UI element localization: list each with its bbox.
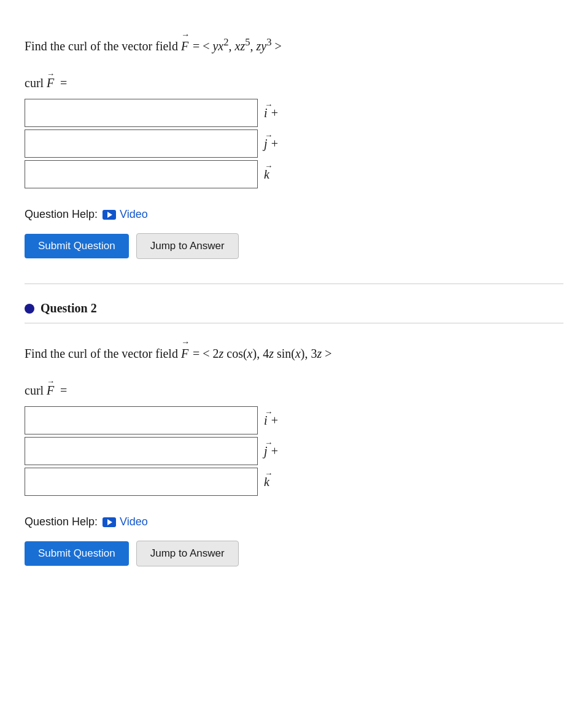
- question-2-row-i: → i +: [25, 406, 563, 434]
- question-2-help-row: Question Help: Video: [25, 515, 563, 528]
- question-2-button-row: Submit Question Jump to Answer: [25, 541, 563, 566]
- question-1-input-k[interactable]: [25, 160, 258, 188]
- question-1-row-k: → k: [25, 160, 563, 188]
- question-2-field-symbol: → F: [181, 347, 193, 360]
- question-1-input-i[interactable]: [25, 99, 258, 127]
- question-1-submit-button[interactable]: Submit Question: [25, 234, 129, 258]
- question-1-input-j[interactable]: [25, 129, 258, 158]
- question-2-problem: Find the curl of the vector field → F = …: [25, 338, 563, 363]
- question-2-submit-button[interactable]: Submit Question: [25, 541, 129, 566]
- question-2-input-i[interactable]: [25, 406, 258, 434]
- question-1-unit-i: → i +: [264, 106, 279, 120]
- question-2-video-link[interactable]: Video: [103, 515, 148, 528]
- question-2-jump-button[interactable]: Jump to Answer: [136, 541, 239, 566]
- question-1-video-icon: [103, 210, 116, 220]
- question-1-unit-k: → k: [264, 168, 269, 182]
- question-1-block: Find the curl of the vector field → F = …: [25, 18, 563, 277]
- question-1-help-row: Question Help: Video: [25, 208, 563, 221]
- question-2-row-j: → j +: [25, 437, 563, 465]
- question-2-help-label: Question Help:: [25, 515, 98, 528]
- question-1-help-label: Question Help:: [25, 208, 98, 221]
- question-1-row-j: → j +: [25, 129, 563, 158]
- question-2-unit-k: → k: [264, 475, 269, 489]
- question-1-row-i: → i +: [25, 99, 563, 127]
- question-2-curl-inputs: → i + → j + → k: [25, 406, 563, 498]
- question-1-jump-button[interactable]: Jump to Answer: [136, 233, 239, 259]
- question-1-problem: Find the curl of the vector field → F = …: [25, 31, 563, 55]
- question-1-curl-inputs: → i + → j + → k: [25, 99, 563, 191]
- question-2-video-label: Video: [120, 515, 148, 528]
- question-1-video-link[interactable]: Video: [103, 208, 148, 221]
- question-2-title: Question 2: [41, 301, 97, 315]
- question-2-dot: [25, 304, 34, 314]
- question-1-video-label: Video: [120, 208, 148, 221]
- question-2-input-j[interactable]: [25, 437, 258, 465]
- question-2-block: Question 2 Find the curl of the vector f…: [25, 284, 563, 585]
- question-1-field-symbol: → F: [181, 39, 193, 53]
- question-2-row-k: → k: [25, 468, 563, 496]
- question-2-video-icon: [103, 517, 116, 527]
- question-2-unit-i: → i +: [264, 414, 279, 428]
- question-1-unit-j: → j +: [264, 137, 279, 151]
- question-2-unit-j: → j +: [264, 444, 279, 458]
- question-1-button-row: Submit Question Jump to Answer: [25, 233, 563, 259]
- question-1-curl-label: curl → F =: [25, 70, 563, 90]
- question-2-input-k[interactable]: [25, 468, 258, 496]
- question-2-curl-label: curl → F =: [25, 377, 563, 398]
- question-2-header: Question 2: [25, 301, 563, 323]
